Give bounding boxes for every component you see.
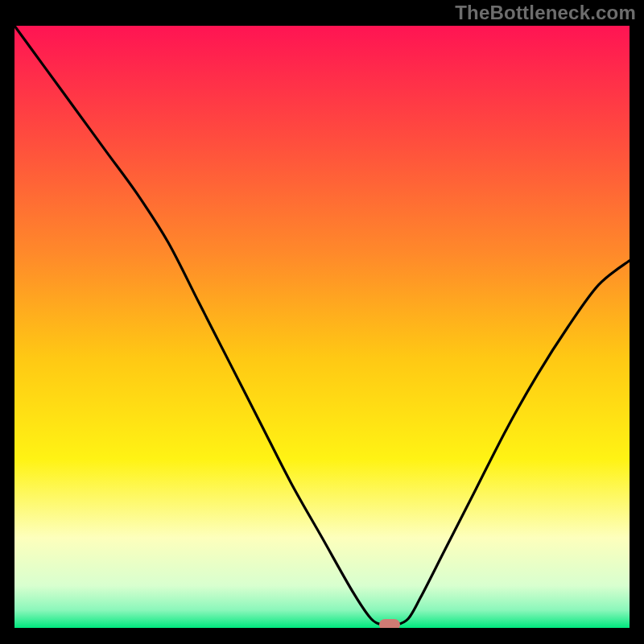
- chart-frame: TheBottleneck.com: [0, 0, 644, 644]
- bottleneck-curve: [14, 26, 630, 628]
- optimal-point-marker: [379, 619, 400, 628]
- plot-area: [14, 26, 630, 628]
- watermark-text: TheBottleneck.com: [455, 2, 636, 24]
